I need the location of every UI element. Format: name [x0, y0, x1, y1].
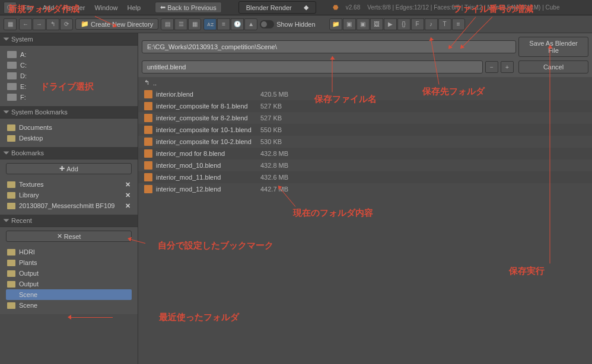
- recent-item[interactable]: Scene: [6, 289, 132, 300]
- file-size: 420.5 MB: [260, 91, 308, 98]
- file-name: interior_mod_12.blend: [156, 186, 257, 193]
- filter-blend-icon[interactable]: ▣: [343, 18, 356, 30]
- menu-help[interactable]: Help: [124, 3, 145, 12]
- file-row[interactable]: interior_composite for 8-1.blend527 KB: [138, 100, 592, 112]
- drive-icon: [7, 83, 17, 90]
- filter-backup-icon[interactable]: ▣: [357, 18, 370, 30]
- file-size: 432.8 MB: [260, 150, 308, 157]
- remove-bookmark-icon[interactable]: ✕: [125, 191, 131, 199]
- recent-item[interactable]: Output: [6, 268, 132, 279]
- menu-file[interactable]: File: [19, 3, 37, 12]
- drive-icon: [7, 62, 17, 69]
- file-browser-toolbar: ▦ ← → ↰ ⟳ 📁Create New Directory ▤ ☰ ▦ ᴀᴢ…: [0, 15, 592, 33]
- menu-add[interactable]: Add: [39, 3, 58, 12]
- editor-type-icon[interactable]: ▦: [4, 18, 17, 30]
- drive-item[interactable]: A:: [6, 49, 132, 60]
- file-row[interactable]: interior_mod_12.blend442.7 MB: [138, 183, 592, 195]
- reset-recent-button[interactable]: ✕Reset: [6, 231, 132, 242]
- decrement-number-icon[interactable]: −: [485, 61, 498, 73]
- bookmark-item[interactable]: Textures✕: [6, 179, 132, 190]
- recent-header[interactable]: Recent: [0, 215, 138, 227]
- file-row[interactable]: interior_mod_11.blend432.6 MB: [138, 171, 592, 183]
- file-row[interactable]: interior_composite for 10-1.blend550 KB: [138, 124, 592, 136]
- parent-dir-row[interactable]: ↰..: [138, 77, 592, 88]
- folder-icon: [7, 249, 15, 256]
- filter-all-icon[interactable]: ≡: [452, 18, 465, 30]
- file-size: 527 KB: [260, 114, 308, 122]
- filter-text-icon[interactable]: T: [438, 18, 451, 30]
- drive-item[interactable]: D:: [6, 71, 132, 81]
- menu-window[interactable]: Window: [91, 3, 121, 12]
- remove-bookmark-icon[interactable]: ✕: [125, 181, 131, 189]
- top-header: ⓘ File Add Render Window Help ⬅Back to P…: [0, 0, 592, 15]
- bookmark-item[interactable]: 20130807_Messerschmitt BF109✕: [6, 200, 132, 211]
- bookmark-item[interactable]: Library✕: [6, 190, 132, 200]
- drive-item[interactable]: F:: [6, 92, 132, 103]
- folder-icon: [7, 302, 15, 309]
- filter-image-icon[interactable]: 🖼: [370, 18, 383, 30]
- filter-sound-icon[interactable]: ♪: [425, 18, 438, 30]
- blender-logo-icon: ⬣: [333, 4, 339, 11]
- file-list[interactable]: ↰.. interior.blend420.5 MBinterior_compo…: [138, 77, 592, 364]
- directory-path-input[interactable]: [142, 40, 516, 53]
- sort-time-icon[interactable]: 🕐: [231, 18, 244, 30]
- x-icon: ✕: [57, 232, 62, 240]
- display-list-icon[interactable]: ☰: [174, 18, 187, 30]
- remove-bookmark-icon[interactable]: ✕: [125, 202, 131, 210]
- display-short-icon[interactable]: ▤: [161, 18, 174, 30]
- file-size: 527 KB: [260, 103, 308, 110]
- file-row[interactable]: interior.blend420.5 MB: [138, 88, 592, 100]
- bookmark-item[interactable]: Documents: [6, 122, 132, 133]
- back-to-previous-button[interactable]: ⬅Back to Previous: [155, 2, 222, 13]
- file-size: 530 KB: [260, 138, 308, 145]
- file-name: interior_composite for 8-2.blend: [156, 114, 257, 122]
- recent-item[interactable]: Output: [6, 279, 132, 289]
- blend-file-icon: [144, 161, 152, 170]
- sort-size-icon[interactable]: ▲: [244, 18, 257, 30]
- nav-up-icon[interactable]: ↰: [46, 18, 59, 30]
- filter-script-icon[interactable]: {}: [397, 18, 410, 30]
- filename-input[interactable]: [142, 60, 483, 74]
- recent-item[interactable]: HDRI: [6, 247, 132, 257]
- file-row[interactable]: interior_mod for 8.blend432.8 MB: [138, 148, 592, 159]
- blend-file-icon: [144, 102, 152, 110]
- nav-refresh-icon[interactable]: ⟳: [60, 18, 73, 30]
- system-bookmarks-header[interactable]: System Bookmarks: [0, 106, 138, 119]
- filter-font-icon[interactable]: F: [411, 18, 424, 30]
- drive-item[interactable]: E:: [6, 81, 132, 92]
- save-as-button[interactable]: Save As Blender File: [518, 37, 588, 57]
- folder-open-icon: [7, 292, 15, 298]
- filter-movie-icon[interactable]: ▶: [384, 18, 397, 30]
- display-thumb-icon[interactable]: ▦: [188, 18, 201, 30]
- sort-alpha-icon[interactable]: ᴀᴢ: [203, 18, 217, 30]
- increment-number-icon[interactable]: +: [501, 61, 514, 73]
- create-new-directory-button[interactable]: 📁Create New Directory: [75, 18, 158, 30]
- file-name: interior_mod_11.blend: [156, 174, 257, 181]
- file-size: 442.7 MB: [260, 186, 308, 193]
- folder-icon: [7, 260, 15, 266]
- cancel-button[interactable]: Cancel: [518, 60, 588, 74]
- file-name: interior_composite for 10-2.blend: [156, 138, 257, 145]
- render-engine-select[interactable]: Blender Render◆: [238, 1, 316, 14]
- file-row[interactable]: interior_mod_10.blend432.8 MB: [138, 159, 592, 171]
- bookmark-item[interactable]: Desktop: [6, 133, 132, 143]
- recent-item[interactable]: Scene: [6, 300, 132, 311]
- blend-file-icon: [144, 149, 152, 158]
- drive-item[interactable]: C:: [6, 60, 132, 71]
- add-bookmark-button[interactable]: ✚Add: [6, 163, 132, 174]
- folder-icon: [7, 124, 15, 131]
- editor-type-icon[interactable]: ⓘ: [4, 2, 17, 14]
- show-hidden-toggle[interactable]: [260, 20, 274, 28]
- recent-item[interactable]: Plants: [6, 257, 132, 268]
- nav-back-icon[interactable]: ←: [19, 18, 32, 30]
- menu-render[interactable]: Render: [60, 3, 88, 12]
- parent-icon: ↰: [144, 79, 149, 87]
- file-row[interactable]: interior_composite for 8-2.blend527 KB: [138, 112, 592, 124]
- nav-forward-icon[interactable]: →: [33, 18, 46, 30]
- bookmarks-header[interactable]: Bookmarks: [0, 147, 138, 159]
- sort-ext-icon[interactable]: ≡: [217, 18, 230, 30]
- system-panel-header[interactable]: System: [0, 33, 138, 46]
- blend-file-icon: [144, 173, 152, 181]
- file-row[interactable]: interior_composite for 10-2.blend530 KB: [138, 136, 592, 148]
- filter-folder-icon[interactable]: 📁: [329, 18, 342, 30]
